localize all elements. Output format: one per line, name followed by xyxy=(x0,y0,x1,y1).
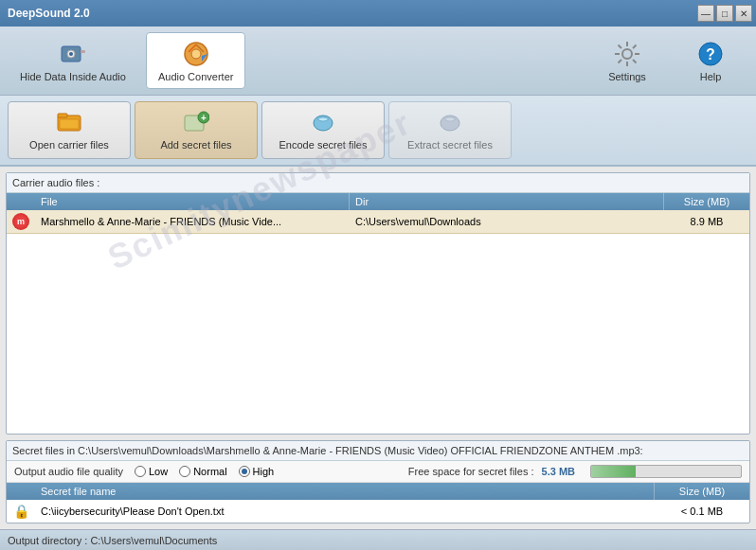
secret-table-header: Secret file name Size (MB) xyxy=(7,483,749,500)
audio-converter-icon xyxy=(181,39,211,69)
carrier-table-header: File Dir Size (MB) xyxy=(7,193,749,210)
carrier-col-dir: Dir xyxy=(350,193,664,210)
audio-converter-button[interactable]: Audio Converter xyxy=(146,32,246,89)
svg-line-14 xyxy=(633,45,637,49)
secret-row-icon: 🔒 xyxy=(7,504,35,519)
radio-normal-circle xyxy=(179,466,190,477)
secret-row-size: < 0.1 MB xyxy=(655,503,749,520)
open-carrier-button[interactable]: Open carrier files xyxy=(8,101,131,159)
secret-panel-header: Secret files in C:\Users\vemul\Downloads… xyxy=(7,441,749,461)
table-row[interactable]: 🔒 C:\iicybersecurity\Please Don't Open.t… xyxy=(7,500,749,523)
lock-icon: 🔒 xyxy=(13,504,29,519)
svg-line-15 xyxy=(619,60,622,63)
encode-secret-icon xyxy=(310,110,336,137)
carrier-panel-label: Carrier audio files : xyxy=(7,173,749,193)
svg-line-13 xyxy=(633,60,637,63)
hide-data-button[interactable]: Hide Data Inside Audio xyxy=(8,32,138,89)
help-button[interactable]: ? Help xyxy=(673,32,748,89)
svg-point-2 xyxy=(69,52,73,56)
settings-label: Settings xyxy=(608,71,646,82)
encode-secret-button[interactable]: Encode secret files xyxy=(261,101,385,159)
quality-label: Output audio file quality xyxy=(14,466,123,477)
settings-button[interactable]: Settings xyxy=(589,32,665,89)
free-space-progress xyxy=(590,465,742,478)
settings-icon xyxy=(612,39,642,69)
open-carrier-icon xyxy=(56,110,82,137)
quality-high[interactable]: High xyxy=(239,466,275,477)
carrier-col-size: Size (MB) xyxy=(664,193,749,210)
music-icon: m xyxy=(12,213,29,230)
encode-secret-label: Encode secret files xyxy=(279,139,368,151)
add-secret-label: Add secret files xyxy=(160,139,231,151)
secret-col-size: Size (MB) xyxy=(655,483,749,500)
main-container: Hide Data Inside Audio Audio Converter xyxy=(0,27,756,550)
svg-rect-19 xyxy=(58,114,67,117)
free-space-label: Free space for secret files : xyxy=(408,466,534,477)
table-row[interactable]: m Marshmello & Anne-Marie - FRIENDS (Mus… xyxy=(7,210,749,234)
extract-secret-icon xyxy=(437,110,463,137)
quality-low-label: Low xyxy=(149,466,168,477)
svg-text:+: + xyxy=(201,113,207,123)
carrier-panel: Carrier audio files : File Dir Size (MB)… xyxy=(6,172,750,435)
extract-secret-label: Extract secret files xyxy=(407,139,493,151)
carrier-row-dir: C:\Users\vemul\Downloads xyxy=(350,213,664,230)
svg-point-5 xyxy=(191,49,201,59)
carrier-row-icon: m xyxy=(7,210,35,233)
hide-data-label: Hide Data Inside Audio xyxy=(20,71,126,82)
free-space-value: 5.3 MB xyxy=(542,466,575,477)
close-button[interactable]: ✕ xyxy=(735,5,752,22)
quality-normal[interactable]: Normal xyxy=(179,466,226,477)
minimize-button[interactable]: — xyxy=(697,5,714,22)
open-carrier-label: Open carrier files xyxy=(29,139,109,151)
status-bar: Output directory : C:\Users\vemul\Docume… xyxy=(0,529,756,550)
quality-radio-group: Low Normal High xyxy=(135,466,274,477)
svg-line-12 xyxy=(619,45,622,49)
carrier-row-file: Marshmello & Anne-Marie - FRIENDS (Music… xyxy=(35,213,350,230)
radio-low-circle xyxy=(135,466,146,477)
extract-secret-button[interactable]: Extract secret files xyxy=(388,101,512,159)
carrier-col-file: File xyxy=(35,193,350,210)
svg-rect-20 xyxy=(60,119,79,129)
add-secret-icon: + xyxy=(183,110,209,137)
carrier-row-size: 8.9 MB xyxy=(664,213,749,230)
status-text: Output directory : C:\Users\vemul\Docume… xyxy=(8,535,217,546)
title-bar: DeepSound 2.0 — □ ✕ xyxy=(0,0,756,27)
help-icon: ? xyxy=(695,39,726,69)
app-title: DeepSound 2.0 xyxy=(4,7,90,20)
svg-rect-3 xyxy=(81,50,85,53)
quality-low[interactable]: Low xyxy=(135,466,168,477)
content-area: Carrier audio files : File Dir Size (MB)… xyxy=(0,167,756,529)
radio-high-circle xyxy=(239,466,250,477)
svg-point-7 xyxy=(622,49,632,59)
audio-converter-label: Audio Converter xyxy=(158,71,234,82)
action-row: Open carrier files + Add secret files xyxy=(0,96,756,167)
maximize-button[interactable]: □ xyxy=(716,5,733,22)
quality-high-label: High xyxy=(253,466,275,477)
help-label: Help xyxy=(700,71,722,82)
secret-col-name: Secret file name xyxy=(35,483,655,500)
quality-normal-label: Normal xyxy=(193,466,226,477)
svg-text:?: ? xyxy=(706,46,715,62)
window-controls[interactable]: — □ ✕ xyxy=(697,5,752,22)
add-secret-button[interactable]: + Add secret files xyxy=(135,101,258,159)
toolbar-right: Settings ? Help xyxy=(589,32,748,89)
quality-row: Output audio file quality Low Normal xyxy=(7,461,749,483)
secret-panel: Secret files in C:\Users\vemul\Downloads… xyxy=(6,440,750,523)
toolbar: Hide Data Inside Audio Audio Converter xyxy=(0,27,756,96)
secret-row-name: C:\iicybersecurity\Please Don't Open.txt xyxy=(35,503,655,520)
free-space-fill xyxy=(591,466,636,477)
hide-data-icon xyxy=(58,39,88,69)
